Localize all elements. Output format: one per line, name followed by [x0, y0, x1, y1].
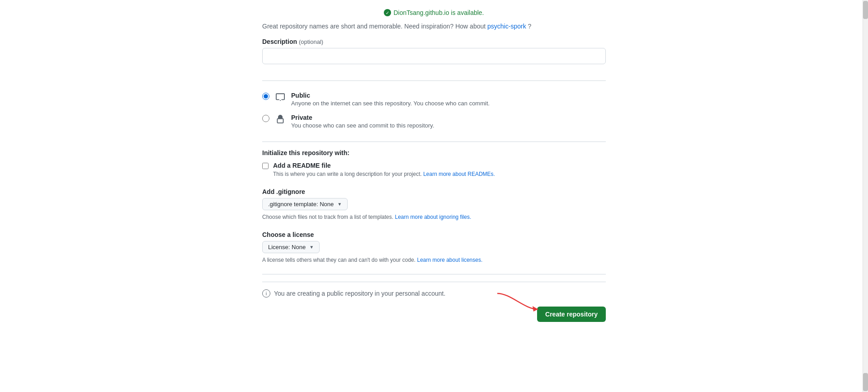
description-label: Description (optional): [262, 38, 606, 45]
divider-2: [262, 142, 606, 142]
button-area: Create repository: [262, 307, 606, 322]
private-title: Private: [291, 114, 606, 121]
readme-content: Add a README file This is where you can …: [273, 162, 495, 177]
readme-label: Add a README file: [273, 162, 495, 169]
private-radio[interactable]: [262, 115, 269, 122]
readme-option: Add a README file This is where you can …: [262, 162, 606, 177]
gitignore-title: Add .gitignore: [262, 188, 606, 195]
license-section: Choose a license License: None ▼ A licen…: [262, 231, 606, 263]
readme-desc: This is where you can write a long descr…: [273, 171, 495, 177]
inspiration-text-after: ?: [526, 23, 532, 30]
info-section: i You are creating a public repository i…: [262, 282, 606, 298]
check-icon: ✓: [384, 9, 391, 16]
inspiration-text-before: Great repository names are short and mem…: [262, 23, 487, 30]
initialize-section: Initialize this repository with: Add a R…: [262, 149, 606, 177]
availability-status: ✓ DionTsang.github.io is available.: [262, 9, 606, 16]
public-title: Public: [291, 92, 606, 99]
gitignore-helper: Choose which files not to track from a l…: [262, 214, 606, 220]
public-desc: Anyone on the internet can see this repo…: [291, 100, 606, 107]
lock-icon: [275, 114, 286, 125]
info-icon: i: [262, 289, 270, 298]
inspiration-text: Great repository names are short and mem…: [262, 23, 606, 30]
readme-link[interactable]: Learn more about READMEs.: [423, 171, 495, 177]
license-chevron-icon: ▼: [309, 245, 314, 250]
gitignore-link[interactable]: Learn more about ignoring files.: [395, 214, 471, 220]
public-radio[interactable]: [262, 93, 269, 100]
divider-3: [262, 274, 606, 274]
availability-text: DionTsang.github.io is available.: [393, 9, 484, 16]
private-option: Private You choose who can see and commi…: [262, 110, 606, 132]
private-option-content: Private You choose who can see and commi…: [291, 114, 606, 129]
description-input[interactable]: [262, 48, 606, 64]
public-option-content: Public Anyone on the internet can see th…: [291, 92, 606, 107]
license-title: Choose a license: [262, 231, 606, 238]
readme-checkbox[interactable]: [262, 163, 269, 169]
chevron-down-icon: ▼: [337, 202, 342, 207]
initialize-title: Initialize this repository with:: [262, 149, 606, 156]
divider-1: [262, 80, 606, 81]
private-desc: You choose who can see and commit to thi…: [291, 122, 606, 129]
license-dropdown-label: License: None: [268, 244, 306, 250]
info-text: You are creating a public repository in …: [274, 290, 445, 297]
create-repository-button[interactable]: Create repository: [537, 307, 606, 322]
license-dropdown[interactable]: License: None ▼: [262, 241, 320, 253]
visibility-section: Public Anyone on the internet can see th…: [262, 88, 606, 132]
gitignore-dropdown[interactable]: .gitignore template: None ▼: [262, 198, 348, 210]
gitignore-section: Add .gitignore .gitignore template: None…: [262, 188, 606, 220]
public-option: Public Anyone on the internet can see th…: [262, 88, 606, 110]
monitor-icon: [275, 92, 286, 103]
license-helper: A license tells others what they can and…: [262, 257, 606, 263]
gitignore-dropdown-label: .gitignore template: None: [268, 201, 334, 208]
license-link[interactable]: Learn more about licenses.: [417, 257, 483, 263]
suggestion-link[interactable]: psychic-spork: [487, 23, 526, 30]
